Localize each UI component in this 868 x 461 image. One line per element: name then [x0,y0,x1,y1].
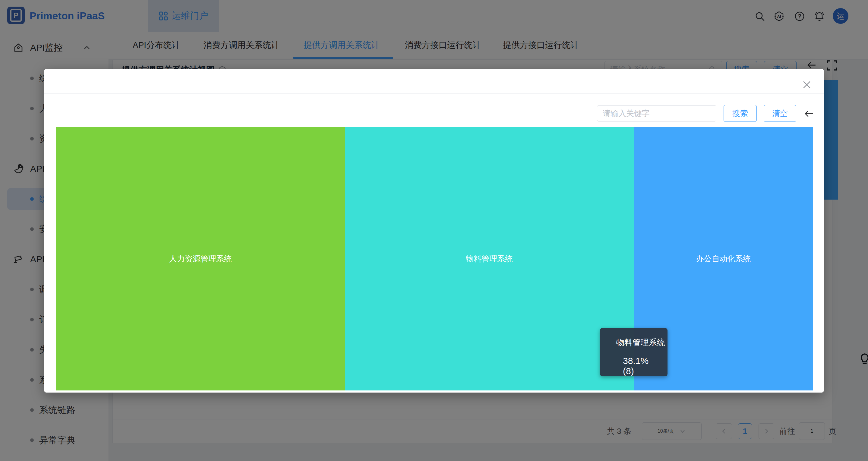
treemap-block-label: 人力资源管理系统 [169,253,232,264]
modal-header-divider [44,93,824,94]
treemap-block-hr-system[interactable]: 人力资源管理系统 [56,127,345,391]
screen: P Primeton iPaaS 运维门户 AI [0,0,868,461]
close-icon[interactable] [802,80,812,90]
tooltip-label: 物料管理系统 [616,337,665,348]
modal-clear-button[interactable]: 清空 [764,105,796,122]
treemap-chart: 人力资源管理系统 物料管理系统 办公自动化系统 [56,127,813,391]
chart-tooltip: 物料管理系统 38.1% (8) [600,328,668,376]
treemap-block-material-system[interactable]: 物料管理系统 [345,127,634,391]
modal-keyword-input[interactable]: 请输入关键字 [597,105,716,122]
treemap-block-label: 办公自动化系统 [696,253,751,264]
modal-keyword-placeholder: 请输入关键字 [603,108,650,119]
treemap-block-label: 物料管理系统 [466,253,513,264]
tooltip-value: 38.1% (8) [623,356,660,376]
modal-search-button[interactable]: 搜索 [723,105,757,122]
modal-back-arrow-icon[interactable] [804,109,814,119]
provider-relation-modal: 请输入关键字 搜索 清空 人力资源管理系统 物料管理系统 办公自动化系统 [44,69,824,393]
